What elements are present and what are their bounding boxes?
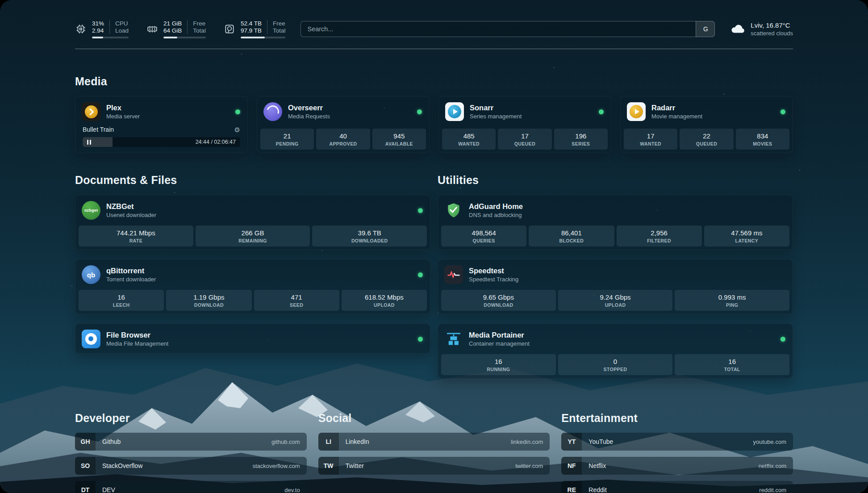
- search-bar: G: [300, 21, 715, 37]
- bookmark-reddit[interactable]: RE Reddit reddit.com: [561, 481, 793, 493]
- bookmarks-area: Developer GH Github github.com SO StackO…: [75, 412, 793, 493]
- service-card-plex[interactable]: Plex Media server Bullet Train ⚙: [75, 96, 248, 153]
- service-desc: Series management: [470, 113, 522, 120]
- service-desc: Media Requests: [288, 113, 330, 120]
- service-card-overseerr[interactable]: Overseerr Media Requests 21 PENDING 40 A…: [257, 96, 430, 153]
- bookmark-youtube[interactable]: YT YouTube youtube.com: [561, 433, 793, 451]
- memory-progress-bar: [163, 37, 206, 38]
- bookmark-name: Reddit: [588, 486, 606, 493]
- stat-box: 9.24 Gbps UPLOAD: [558, 290, 673, 311]
- plex-icon: [82, 102, 100, 121]
- status-dot: [780, 109, 785, 114]
- stat-box: 86,401 BLOCKED: [529, 226, 614, 246]
- bookmark-abbr: TW: [318, 457, 339, 475]
- service-card-radarr[interactable]: Radarr Movie management 17 WANTED 22 QUE…: [620, 96, 793, 153]
- playback-time: 24:44 / 02:06:47: [196, 139, 236, 145]
- bookmark-url: twitter.com: [515, 463, 543, 469]
- service-stats: 498,564 QUERIES 86,401 BLOCKED 2,956 FIL…: [438, 225, 793, 250]
- memory-free-value: 21 GiB: [163, 20, 187, 27]
- bookmark-linkedin[interactable]: LI LinkedIn linkedin.com: [318, 433, 550, 451]
- memory-total-label: Total: [187, 27, 206, 34]
- service-card-adguard[interactable]: AdGuard Home DNS and adblocking 498,564 …: [438, 195, 793, 250]
- stat-box: 40 APPROVED: [316, 129, 370, 150]
- cpu-usage-label: CPU: [109, 20, 129, 27]
- bookmark-group-developer: Developer GH Github github.com SO StackO…: [75, 412, 307, 493]
- filebrowser-icon: [82, 330, 100, 348]
- bookmark-url: stackoverflow.com: [252, 463, 300, 469]
- stat-box: 471 SEED: [254, 290, 339, 311]
- bookmark-abbr: SO: [75, 457, 96, 475]
- bookmark-name: DEV: [102, 486, 115, 493]
- service-card-sonarr[interactable]: Sonarr Series management 485 WANTED 17 Q…: [438, 96, 611, 153]
- pause-icon[interactable]: [87, 140, 91, 145]
- utilities-column: Utilities: [438, 174, 793, 379]
- service-card-portainer[interactable]: Media Portainer Container management 16 …: [438, 323, 793, 379]
- service-desc: Media server: [106, 113, 140, 120]
- bookmark-name: YouTube: [588, 438, 613, 445]
- stat-box: 2,956 FILTERED: [617, 226, 702, 246]
- search-input[interactable]: [300, 21, 715, 37]
- search-engine-button[interactable]: G: [696, 21, 715, 37]
- playback-progress-bar[interactable]: 24:44 / 02:06:47: [83, 137, 240, 147]
- bookmark-netflix[interactable]: NF Netflix netflix.com: [561, 457, 793, 475]
- service-card-filebrowser[interactable]: File Browser Media File Management: [75, 323, 430, 354]
- bookmark-abbr: GH: [75, 433, 96, 451]
- stat-box: 1.19 Gbps DOWNLOAD: [166, 290, 251, 311]
- memory-total-value: 64 GiB: [163, 27, 187, 34]
- service-desc: Speedtest Tracking: [469, 276, 518, 283]
- bookmark-name: Twitter: [346, 462, 364, 469]
- media-grid: Plex Media server Bullet Train ⚙: [75, 96, 793, 153]
- section-title-documents: Documents & Files: [75, 174, 430, 187]
- service-stats: 21 PENDING 40 APPROVED 945 AVAILABLE: [257, 128, 429, 153]
- service-desc: Torrent downloader: [106, 276, 156, 283]
- service-card-nzbget[interactable]: nzbget NZBGet Usenet downloader 744.21 M…: [75, 195, 430, 250]
- stat-box: 945 AVAILABLE: [372, 129, 426, 150]
- dashboard-screen: 31% CPU 2.94 Load: [0, 0, 868, 493]
- stat-box: 0 STOPPED: [558, 354, 673, 375]
- service-name: File Browser: [106, 331, 168, 339]
- bookmark-twitter[interactable]: TW Twitter twitter.com: [318, 457, 550, 475]
- stat-box: 39.6 TB DOWNLOADED: [312, 226, 427, 246]
- bookmark-name: LinkedIn: [346, 438, 369, 445]
- bookmark-url: netflix.com: [759, 463, 786, 469]
- status-dot: [235, 109, 240, 114]
- portainer-icon: [444, 330, 463, 348]
- disk-icon: [224, 23, 235, 35]
- service-name: NZBGet: [106, 202, 156, 211]
- service-name: Sonarr: [470, 104, 522, 112]
- nzbget-icon: nzbget: [82, 201, 100, 220]
- stat-box: 744.21 Mbps RATE: [79, 226, 193, 246]
- weather-location-temp: Lviv, 16.87°C: [751, 21, 793, 29]
- stat-box: 498,564 QUERIES: [441, 226, 526, 246]
- weather-condition: scattered clouds: [751, 30, 793, 37]
- speedtest-icon: [444, 265, 463, 284]
- bookmark-abbr: DT: [75, 481, 96, 493]
- service-name: qBittorrent: [106, 267, 156, 275]
- gear-icon[interactable]: ⚙: [234, 126, 240, 133]
- service-desc: Media File Management: [106, 340, 168, 347]
- memory-icon: [146, 23, 158, 35]
- bookmark-stackoverflow[interactable]: SO StackOverflow stackoverflow.com: [75, 457, 307, 475]
- section-title-media: Media: [75, 75, 793, 88]
- service-desc: Container management: [469, 340, 530, 347]
- service-card-qbittorrent[interactable]: qb qBittorrent Torrent downloader 16: [75, 259, 430, 314]
- bookmark-github[interactable]: GH Github github.com: [75, 433, 307, 451]
- stat-box: 17 QUEUED: [498, 129, 551, 150]
- disk-total-value: 97.9 TB: [241, 27, 267, 34]
- service-name: Plex: [106, 104, 140, 112]
- now-playing-title: Bullet Train: [83, 126, 114, 133]
- bookmark-dev[interactable]: DT DEV dev.to: [75, 481, 307, 493]
- stat-box: 21 PENDING: [260, 129, 314, 150]
- bookmark-group-entertainment: Entertainment YT YouTube youtube.com NF …: [561, 412, 793, 493]
- cpu-icon: [75, 23, 87, 35]
- stat-box: 196 SERIES: [554, 129, 608, 150]
- service-card-speedtest[interactable]: Speedtest Speedtest Tracking 9.65 Gbps D…: [438, 259, 793, 314]
- stat-box: 16 TOTAL: [675, 354, 789, 375]
- bookmark-abbr: LI: [318, 433, 339, 451]
- stat-box: 0.993 ms PING: [675, 290, 789, 311]
- bookmark-group-title: Developer: [75, 412, 307, 425]
- section-title-utilities: Utilities: [438, 174, 793, 187]
- memory-free-label: Free: [187, 20, 206, 27]
- stat-box: 16 LEECH: [79, 290, 164, 311]
- stat-box: 47.569 ms LATENCY: [704, 226, 789, 246]
